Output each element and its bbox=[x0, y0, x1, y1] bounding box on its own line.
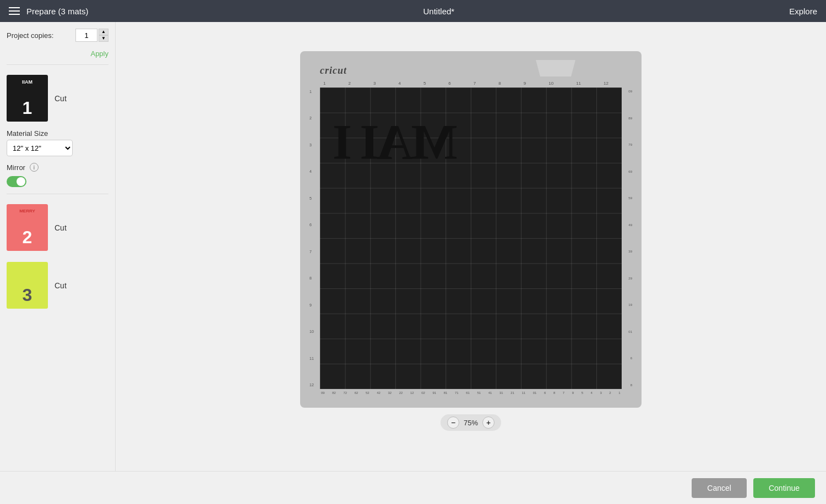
mat-thumbnail-3[interactable]: 3 bbox=[7, 262, 48, 309]
zoom-level: 75% bbox=[464, 419, 478, 427]
mirror-label: Mirror bbox=[7, 163, 25, 172]
material-size-label: Material Size bbox=[7, 129, 108, 138]
mat-item-1[interactable]: IIAM 1 Cut bbox=[7, 72, 108, 125]
zoom-controls: − 75% + bbox=[441, 414, 501, 431]
mat-item-2[interactable]: MERRY 2 Cut bbox=[7, 201, 108, 254]
info-icon[interactable]: i bbox=[30, 163, 39, 172]
mat-thumbnail-2[interactable]: MERRY 2 bbox=[7, 204, 48, 251]
hamburger-icon[interactable] bbox=[9, 7, 20, 15]
ruler-top: 123456789101112 bbox=[320, 79, 622, 87]
explore-link[interactable]: Explore bbox=[789, 7, 817, 16]
mat-thumb-text-2: MERRY bbox=[9, 209, 46, 213]
ruler-bottom: 0982726252423222120291817161514131211101… bbox=[320, 389, 622, 397]
divider-2 bbox=[7, 194, 108, 194]
cricut-mat: cricut 123456789101112 123456789 bbox=[300, 51, 642, 408]
left-panel: Project copies: ▲ ▼ Apply IIAM 1 Cut Mat… bbox=[0, 22, 116, 471]
copies-input[interactable] bbox=[75, 29, 97, 42]
mat-number-2: 2 bbox=[23, 227, 32, 248]
project-copies-row: Project copies: ▲ ▼ bbox=[7, 29, 108, 42]
canvas-area: cricut 123456789101112 123456789 bbox=[116, 22, 826, 471]
cricut-logo: cricut bbox=[320, 65, 347, 76]
header-center-title: Untitled* bbox=[423, 7, 454, 16]
cutting-surface: MAI I bbox=[320, 87, 622, 389]
bottom-bar: Cancel Continue bbox=[0, 471, 826, 504]
copies-increment[interactable]: ▲ bbox=[99, 29, 108, 35]
cutting-mat-wrapper: cricut 123456789101112 123456789 bbox=[300, 51, 642, 408]
continue-button[interactable]: Continue bbox=[753, 478, 815, 498]
project-copies-label: Project copies: bbox=[7, 31, 53, 40]
material-size-select[interactable]: 12" x 12" bbox=[7, 140, 73, 156]
cancel-button[interactable]: Cancel bbox=[692, 478, 747, 498]
copies-decrement[interactable]: ▼ bbox=[99, 35, 108, 42]
ruler-left: 123456789101112 bbox=[309, 87, 320, 389]
header-title: Prepare (3 mats) bbox=[26, 7, 89, 16]
zoom-in-button[interactable]: + bbox=[482, 417, 494, 429]
mat-item-3[interactable]: 3 Cut bbox=[7, 259, 108, 312]
zoom-out-button[interactable]: − bbox=[447, 417, 459, 429]
mirror-row: Mirror i bbox=[7, 163, 108, 172]
header: Prepare (3 mats) Untitled* Explore bbox=[0, 0, 826, 22]
mirror-toggle[interactable] bbox=[7, 176, 26, 187]
mat-label-3: Cut bbox=[55, 281, 67, 290]
surface-with-rulers: 123456789101112 MAI I 098979695949392919… bbox=[309, 87, 633, 389]
mat-peg bbox=[534, 60, 578, 76]
mat-label-1: Cut bbox=[55, 94, 67, 103]
toggle-knob bbox=[17, 177, 25, 186]
mat-number-1: 1 bbox=[23, 98, 32, 118]
material-size-section: Material Size 12" x 12" bbox=[7, 129, 108, 156]
mat-thumbnail-1[interactable]: IIAM 1 bbox=[7, 75, 48, 122]
header-left: Prepare (3 mats) bbox=[9, 7, 89, 16]
ruler-right: 0989796959493929190168 bbox=[622, 87, 633, 389]
main-content: Project copies: ▲ ▼ Apply IIAM 1 Cut Mat… bbox=[0, 22, 826, 471]
mat-design-text: MAI I bbox=[335, 118, 458, 167]
mat-thumb-text-1: IIAM bbox=[9, 79, 46, 85]
apply-button[interactable]: Apply bbox=[90, 50, 108, 58]
mat-number-3: 3 bbox=[23, 285, 32, 305]
mat-label-2: Cut bbox=[55, 223, 67, 232]
copies-input-group: ▲ ▼ bbox=[75, 29, 108, 42]
copies-spinners: ▲ ▼ bbox=[99, 29, 108, 42]
divider-1 bbox=[7, 64, 108, 65]
